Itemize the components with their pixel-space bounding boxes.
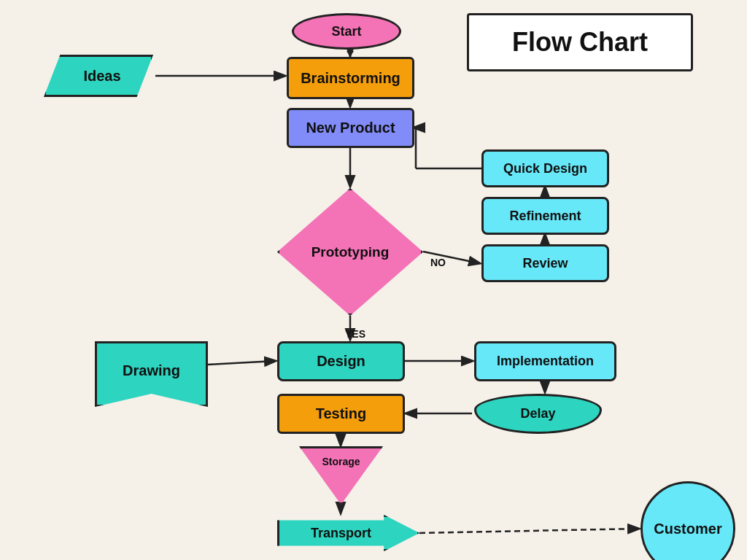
storage-node: Storage (299, 446, 383, 505)
ideas-node: Ideas (44, 55, 153, 97)
review-node: Review (481, 244, 609, 282)
design-node: Design (277, 341, 405, 381)
delay-label: Delay (520, 406, 555, 421)
design-label: Design (317, 353, 365, 370)
title-box: Flow Chart (467, 13, 693, 71)
review-label: Review (522, 256, 568, 271)
brainstorming-label: Brainstorming (301, 70, 400, 87)
title-text: Flow Chart (512, 27, 648, 58)
customer-node: Customer (640, 481, 735, 560)
quick-design-node: Quick Design (481, 149, 609, 187)
quick-design-label: Quick Design (503, 161, 587, 176)
prototyping-label: Prototyping (311, 244, 390, 260)
prototyping-node: Prototyping (277, 188, 423, 316)
drawing-node: Drawing (95, 341, 208, 407)
no-label: NO (430, 257, 446, 268)
new-product-label: New Product (306, 120, 395, 136)
storage-label: Storage (322, 456, 360, 467)
flowchart-canvas: { "title": "Flow Chart", "nodes": { "sta… (0, 0, 747, 560)
start-node: Start (292, 13, 401, 50)
yes-label: YES (345, 328, 365, 340)
svg-marker-1 (347, 51, 354, 57)
testing-node: Testing (277, 394, 405, 434)
testing-label: Testing (316, 405, 367, 422)
transport-label: Transport (311, 526, 371, 541)
drawing-label: Drawing (123, 362, 180, 379)
start-label: Start (331, 24, 361, 39)
brainstorming-node: Brainstorming (287, 57, 414, 99)
implementation-node: Implementation (474, 341, 616, 381)
ideas-label: Ideas (83, 68, 120, 85)
svg-line-20 (419, 529, 638, 533)
implementation-label: Implementation (497, 354, 594, 369)
delay-node: Delay (474, 394, 602, 434)
customer-label: Customer (654, 521, 721, 537)
transport-node: Transport (277, 515, 419, 551)
new-product-node: New Product (287, 108, 414, 148)
refinement-node: Refinement (481, 197, 609, 235)
refinement-label: Refinement (509, 209, 581, 224)
svg-line-14 (208, 361, 275, 365)
